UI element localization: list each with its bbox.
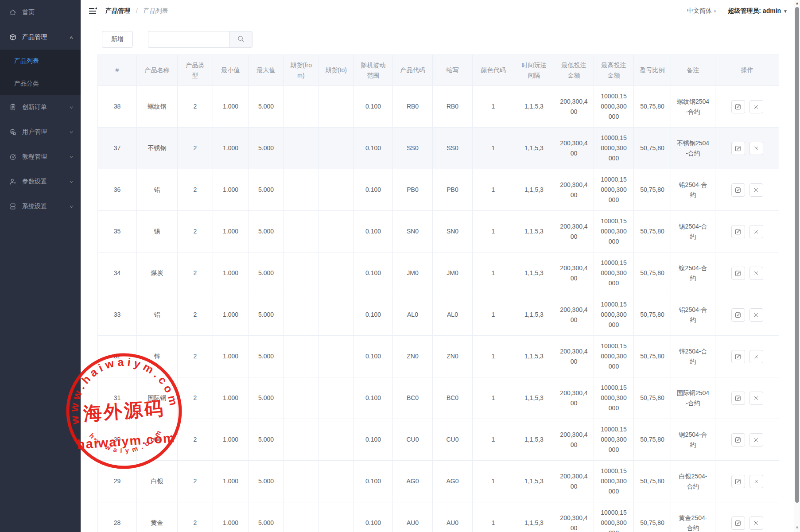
edit-button[interactable] <box>731 142 745 155</box>
cell-name: 铅 <box>137 169 178 211</box>
language-selector[interactable]: 中文简体˅ <box>687 7 716 15</box>
delete-button[interactable] <box>750 392 763 405</box>
cell-max_bet: 10000,150000,300000 <box>594 377 634 419</box>
edit-button[interactable] <box>731 183 745 197</box>
edit-button[interactable] <box>731 350 745 363</box>
delete-button[interactable] <box>750 350 763 363</box>
cell-color_code: 1 <box>473 86 514 128</box>
vertical-scrollbar[interactable]: ▲ ▼ <box>794 0 800 532</box>
cell-abbr: AG0 <box>433 461 473 502</box>
chevron-down-icon: ˅ <box>70 179 73 184</box>
cell-profit_ratio: 50,75,80 <box>634 502 671 532</box>
edit-button[interactable] <box>731 267 745 280</box>
cell-futures_from <box>284 86 318 128</box>
sidebar-item-tutorials[interactable]: 教程管理 ˅ <box>0 144 81 169</box>
delete-button[interactable] <box>750 142 763 155</box>
sidebar-item-home[interactable]: 首页 <box>0 0 81 25</box>
table-row: 32锌21.0005.0000.100ZN0ZN011,1,5,3200,300… <box>98 336 779 377</box>
cell-remark: 铜2504-合约 <box>671 419 715 461</box>
cell-color_code: 1 <box>473 252 514 294</box>
add-button[interactable]: 新增 <box>102 31 133 48</box>
cell-id: 38 <box>98 86 137 128</box>
cell-color_code: 1 <box>473 211 514 252</box>
search-button[interactable] <box>229 31 252 48</box>
edit-button[interactable] <box>731 516 745 530</box>
breadcrumb-parent[interactable]: 产品管理 <box>105 7 130 14</box>
sidebar-item-label: 创新订单 <box>22 103 70 111</box>
cell-min_bet: 200,300,400 <box>554 169 594 211</box>
cell-max_bet: 10000,150000,300000 <box>594 128 634 169</box>
cell-code: BC0 <box>393 377 433 419</box>
chevron-up-icon: ˄ <box>70 35 73 40</box>
sidebar-item-product-management[interactable]: 产品管理 ˄ <box>0 25 81 50</box>
chevron-down-icon: ˅ <box>70 204 73 209</box>
sidebar-item-parameters[interactable]: 参数设置 ˅ <box>0 169 81 194</box>
user-gear-icon <box>9 178 17 186</box>
cell-remark: 锌2504-合约 <box>671 336 715 377</box>
edit-button[interactable] <box>731 392 745 405</box>
cell-min: 1.000 <box>213 419 249 461</box>
cell-fluctuation: 0.100 <box>354 461 393 502</box>
collapse-sidebar-icon[interactable] <box>88 6 97 16</box>
cell-remark: 铅2504-合约 <box>671 169 715 211</box>
table-header-row: #产品名称产品类型最小值最大值期货(from)期货(to)随机波动范围产品代码缩… <box>98 55 779 86</box>
cell-fluctuation: 0.100 <box>354 128 393 169</box>
cell-futures_to <box>318 336 354 377</box>
toolbar: 新增 <box>102 31 795 48</box>
cell-futures_from <box>284 377 318 419</box>
cell-futures_to <box>318 86 354 128</box>
chevron-down-icon: ˅ <box>70 130 73 135</box>
delete-button[interactable] <box>750 433 763 447</box>
products-table-wrap: #产品名称产品类型最小值最大值期货(from)期货(to)随机波动范围产品代码缩… <box>97 54 779 532</box>
cell-name: 锌 <box>137 336 178 377</box>
delete-button[interactable] <box>750 225 763 238</box>
cell-id: 30 <box>98 419 137 461</box>
sidebar-item-product-list[interactable]: 产品列表 <box>0 50 81 72</box>
delete-button[interactable] <box>750 183 763 197</box>
sidebar-item-orders[interactable]: 创新订单 ˅ <box>0 95 81 120</box>
column-header: 缩写 <box>433 55 473 86</box>
cell-max: 5.000 <box>249 294 284 336</box>
cell-abbr: PB0 <box>433 169 473 211</box>
scrollbar-thumb[interactable] <box>795 7 799 503</box>
cell-name: 不锈钢 <box>137 128 178 169</box>
delete-button[interactable] <box>750 308 763 322</box>
clipboard-icon <box>9 103 17 111</box>
edit-button[interactable] <box>731 100 745 113</box>
sidebar-item-users[interactable]: 用户管理 ˅ <box>0 120 81 144</box>
user-menu[interactable]: 超级管理员: admin▼ <box>728 7 788 15</box>
cell-min: 1.000 <box>213 461 249 502</box>
cell-max_bet: 10000,150000,300000 <box>594 461 634 502</box>
cell-fluctuation: 0.100 <box>354 502 393 532</box>
column-header: 最高投注金额 <box>594 55 634 86</box>
cell-code: AU0 <box>393 502 433 532</box>
edit-button[interactable] <box>731 308 745 322</box>
scroll-up-arrow[interactable]: ▲ <box>794 1 800 5</box>
sidebar-item-system[interactable]: 系统设置 ˅ <box>0 194 81 219</box>
cell-min_bet: 200,300,400 <box>554 336 594 377</box>
scroll-down-arrow[interactable]: ▼ <box>794 525 800 530</box>
sidebar-item-product-category[interactable]: 产品分类 <box>0 72 81 95</box>
cell-id: 29 <box>98 461 137 502</box>
cell-max: 5.000 <box>249 461 284 502</box>
cell-interval: 1,1,5,3 <box>514 294 554 336</box>
cell-name: 螺纹钢 <box>137 86 178 128</box>
cell-max: 5.000 <box>249 252 284 294</box>
cell-actions <box>715 419 779 461</box>
delete-button[interactable] <box>750 475 763 488</box>
edit-button[interactable] <box>731 475 745 488</box>
delete-button[interactable] <box>750 267 763 280</box>
cell-abbr: AL0 <box>433 294 473 336</box>
edit-button[interactable] <box>731 225 745 238</box>
cell-name: 黄金 <box>137 502 178 532</box>
delete-button[interactable] <box>750 516 763 530</box>
cell-name: 国际铜 <box>137 377 178 419</box>
edit-button[interactable] <box>731 433 745 447</box>
cell-futures_from <box>284 169 318 211</box>
cell-min_bet: 200,300,400 <box>554 128 594 169</box>
cell-abbr: SS0 <box>433 128 473 169</box>
search-icon <box>237 35 245 44</box>
delete-button[interactable] <box>750 100 763 113</box>
chevron-down-icon: ˅ <box>70 155 73 159</box>
search-input[interactable] <box>148 31 229 48</box>
